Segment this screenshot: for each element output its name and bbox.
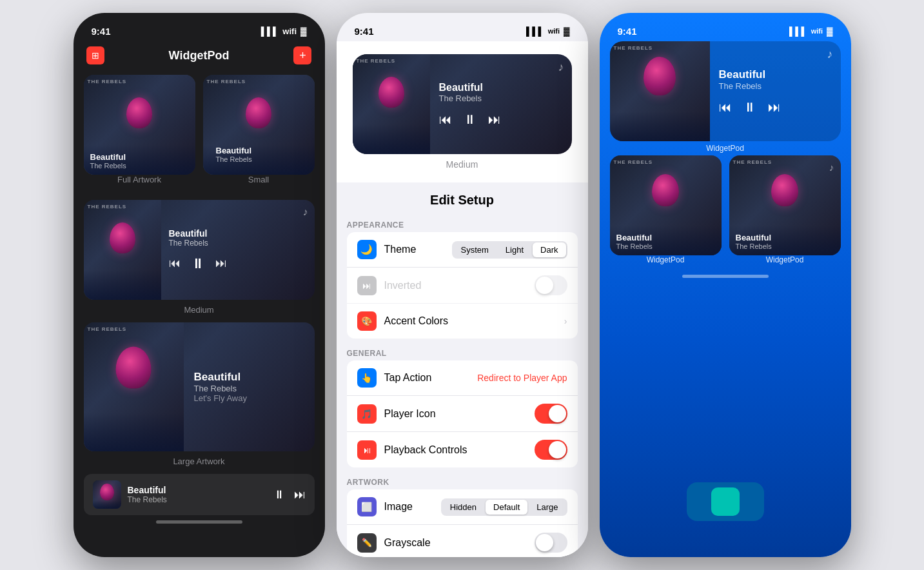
image-hidden[interactable]: Hidden xyxy=(442,500,484,515)
forward-icon[interactable]: ⏭ xyxy=(215,257,227,270)
p3-s1-track: Beautiful xyxy=(616,233,653,242)
balloon-p3-s1 xyxy=(652,174,679,206)
p3-large-track: Beautiful xyxy=(719,68,832,81)
image-icon: ⬜ xyxy=(357,497,377,516)
status-icons-3: ▌▌▌ wifi ▓ xyxy=(789,26,832,36)
p3-s2-track: Beautiful xyxy=(736,233,772,242)
image-segment[interactable]: Hidden Default Large xyxy=(441,498,567,516)
widget-small[interactable]: ♪ THE REBELS Beautiful The Rebels Small xyxy=(203,75,315,192)
image-default[interactable]: Default xyxy=(486,500,527,515)
theme-dark[interactable]: Dark xyxy=(533,242,565,257)
grayscale-row[interactable]: ✏️ Grayscale xyxy=(347,525,578,557)
wifi-icon-2: wifi xyxy=(548,27,560,35)
status-icons: ▌▌▌ wifi ▓ xyxy=(261,26,307,36)
theme-light[interactable]: Light xyxy=(498,242,531,257)
preview-label: Medium xyxy=(446,159,478,170)
mini-info: Beautiful The Rebels xyxy=(128,485,267,504)
balloon-small xyxy=(246,97,271,128)
mini-track: Beautiful xyxy=(128,485,267,495)
phone1-content: ⊞ WidgetPod + THE REBELS Beautiful xyxy=(74,41,325,515)
water-large xyxy=(84,413,184,451)
widget-large-container[interactable]: THE REBELS Beautiful The Rebels Let's Fl… xyxy=(84,322,315,466)
balloon-p3-large xyxy=(644,57,676,95)
toggle-thumb-player xyxy=(549,405,566,422)
p3-forward[interactable]: ⏭ xyxy=(768,100,781,115)
playback-label: Playback Controls xyxy=(384,444,527,456)
toggle-thumb-playback xyxy=(549,441,566,458)
balloon-mini xyxy=(100,484,114,500)
brush-icon: 🎨 xyxy=(361,316,372,326)
balloon-large xyxy=(116,347,152,389)
widget-medium-container[interactable]: THE REBELS ♪ Beautiful The Rebels ⏮ ⏸ ⏭ xyxy=(84,200,315,315)
image-label: Image xyxy=(384,501,433,513)
grayscale-icon: ✏️ xyxy=(357,533,377,553)
playback-controls: ⏮ ⏸ ⏭ xyxy=(169,255,227,272)
mini-forward-icon[interactable]: ⏭ xyxy=(294,488,306,502)
inverted-row[interactable]: ⏭ Inverted xyxy=(347,268,578,304)
theme-row[interactable]: 🌙 Theme System Light Dark xyxy=(347,232,578,268)
note-medium-icon: ♪ xyxy=(303,206,308,218)
preview-forward[interactable]: ⏭ xyxy=(488,112,501,127)
status-time-3: 9:41 xyxy=(618,26,637,37)
image-row[interactable]: ⬜ Image Hidden Default Large xyxy=(347,489,578,525)
p3-app-icon[interactable] xyxy=(711,487,740,516)
accent-label: Accent Colors xyxy=(384,315,556,327)
p1-header: ⊞ WidgetPod + xyxy=(84,41,315,75)
p3-top-widget[interactable]: THE REBELS ♪ Beautiful The Rebels ⏮ ⏸ ⏭ xyxy=(610,41,841,153)
mini-player[interactable]: Beautiful The Rebels ⏸ ⏭ xyxy=(84,474,315,515)
preview-rewind[interactable]: ⏮ xyxy=(439,112,452,127)
p3-small-widget-2[interactable]: THE REBELS ♪ Beautiful The Rebels Widget… xyxy=(729,155,841,267)
wifi-icon: wifi xyxy=(282,26,297,36)
inverted-toggle[interactable] xyxy=(535,275,567,295)
p3-pause[interactable]: ⏸ xyxy=(743,100,756,115)
image-large[interactable]: Large xyxy=(529,500,565,515)
section-general: GENERAL xyxy=(337,344,588,360)
p3-small-grid: THE REBELS Beautiful The Rebels WidgetPo… xyxy=(610,155,841,267)
small-widget-info: Beautiful The Rebels xyxy=(216,146,252,163)
widget-preview-area: THE REBELS ♪ Beautiful The Rebels ⏮ ⏸ ⏭ … xyxy=(337,41,588,182)
play-icon: ⏯ xyxy=(362,445,371,455)
accent-icon: 🎨 xyxy=(357,311,377,331)
edit-title: Edit Setup xyxy=(337,182,588,215)
pause-icon[interactable]: ⏸ xyxy=(191,255,205,272)
accent-colors-row[interactable]: 🎨 Accent Colors › xyxy=(347,304,578,339)
appearance-group: 🌙 Theme System Light Dark ⏭ Inverted xyxy=(347,232,578,339)
square-icon: ⬜ xyxy=(361,502,372,512)
p3-small-label-2: WidgetPod xyxy=(729,255,841,264)
edit-setup: Edit Setup APPEARANCE 🌙 Theme System Lig… xyxy=(337,182,588,557)
player-icon-toggle[interactable] xyxy=(535,404,567,424)
widget-track-info: Beautiful The Rebels xyxy=(90,152,126,170)
theme-icon: 🌙 xyxy=(357,240,377,259)
preview-pause[interactable]: ⏸ xyxy=(464,112,477,127)
inverted-icon: ⏭ xyxy=(357,276,377,295)
add-button[interactable]: + xyxy=(293,46,311,64)
rewind-icon[interactable]: ⏮ xyxy=(169,257,181,270)
mini-pause-icon[interactable]: ⏸ xyxy=(273,488,285,502)
p3-small-widget-1[interactable]: THE REBELS Beautiful The Rebels WidgetPo… xyxy=(610,155,722,267)
p3-app-dock[interactable] xyxy=(687,482,764,521)
playback-toggle[interactable] xyxy=(535,440,567,460)
player-icon-row[interactable]: 🎵 Player Icon xyxy=(347,396,578,432)
widget-label-medium: Medium xyxy=(84,305,315,315)
preview-track: Beautiful xyxy=(439,82,501,93)
p3-rewind[interactable]: ⏮ xyxy=(719,100,732,115)
widget-full-artwork[interactable]: THE REBELS Beautiful The Rebels Full Art… xyxy=(84,75,195,192)
playback-controls-row[interactable]: ⏯ Playback Controls xyxy=(347,432,578,467)
small-track: Beautiful xyxy=(216,146,252,155)
status-bar-light: 9:41 ▌▌▌ wifi ▓ xyxy=(337,13,588,41)
large-track: Beautiful xyxy=(194,371,247,384)
preview-track-info: Beautiful The Rebels ⏮ ⏸ ⏭ xyxy=(430,82,510,127)
balloon-p3-s2 xyxy=(771,174,798,206)
layers-icon-button[interactable]: ⊞ xyxy=(86,46,104,64)
large-album: Let's Fly Away xyxy=(194,393,247,403)
theme-segment[interactable]: System Light Dark xyxy=(452,241,567,259)
widget-preview: THE REBELS ♪ Beautiful The Rebels ⏮ ⏸ ⏭ xyxy=(353,54,572,154)
grayscale-toggle[interactable] xyxy=(535,533,567,553)
small-artist: The Rebels xyxy=(216,155,252,163)
signal-icon: ▌▌▌ xyxy=(261,26,279,36)
tap-label: Tap Action xyxy=(384,372,470,384)
theme-system[interactable]: System xyxy=(453,242,496,257)
phone3-content: THE REBELS ♪ Beautiful The Rebels ⏮ ⏸ ⏭ xyxy=(600,41,851,267)
tap-action-row[interactable]: 👆 Tap Action Redirect to Player App xyxy=(347,360,578,396)
plus-icon: + xyxy=(299,49,306,63)
